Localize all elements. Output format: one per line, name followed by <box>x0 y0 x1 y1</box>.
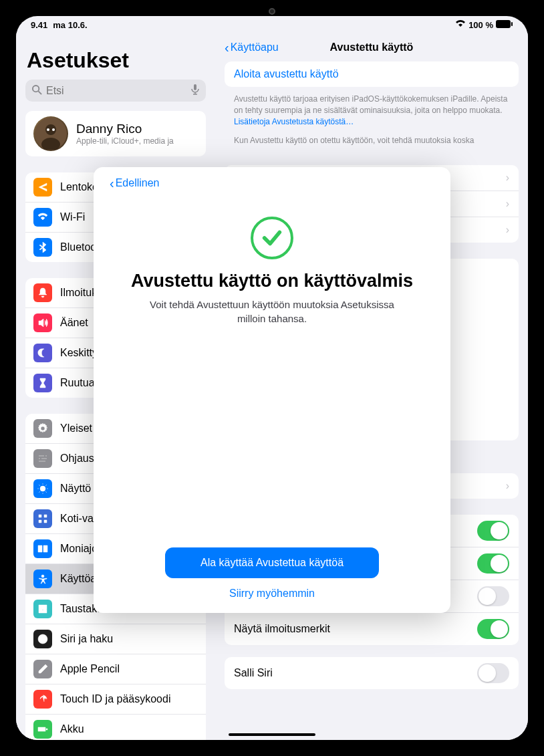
svg-point-8 <box>47 128 49 131</box>
hourglass-icon <box>33 374 52 392</box>
sidebar-item-label: Siri ja haku <box>60 633 113 645</box>
switches-icon <box>33 449 52 468</box>
svg-rect-4 <box>194 84 196 90</box>
multitask-icon <box>33 539 52 558</box>
status-date: ma 10.6. <box>53 20 87 30</box>
sidebar-item-label: Wi-Fi <box>60 211 85 223</box>
chevron-left-icon: ‹ <box>225 41 229 54</box>
assisted-access-modal: ‹ Edellinen Avustettu käyttö on käyttöva… <box>94 167 450 613</box>
sidebar-title: Asetukset <box>27 48 205 73</box>
speaker-icon <box>33 313 52 332</box>
detail-back-button[interactable]: ‹ Käyttöapu <box>225 41 279 54</box>
user-card[interactable]: Danny Rico Apple-tili, iCloud+, media ja <box>25 111 206 156</box>
modal-title: Avustettu käyttö on käyttövalmis <box>115 270 429 291</box>
svg-line-3 <box>38 91 41 94</box>
user-name: Danny Rico <box>76 122 174 136</box>
toggle-label: Näytä ilmoitusmerkit <box>234 623 330 635</box>
detail-title: Avustettu käyttö <box>330 41 414 53</box>
chevron-right-icon: › <box>506 198 509 210</box>
screen: 9.41 ma 10.6. 100 % Asetukset <box>16 16 528 740</box>
svg-rect-1 <box>511 22 513 26</box>
detail-action-card: Aloita avustettu käyttö <box>225 61 519 87</box>
search-icon <box>32 85 42 97</box>
svg-rect-0 <box>496 20 511 28</box>
wallpaper-icon <box>33 600 52 618</box>
chevron-right-icon: › <box>506 480 509 492</box>
detail-description: Avustettu käyttö tarjoaa erityisen iPadO… <box>225 90 519 131</box>
toggle-row: Salli Siri <box>225 657 519 689</box>
sidebar-item-touchid[interactable]: Touch ID ja pääsykoodi <box>25 684 206 715</box>
detail-back-label: Käyttöapu <box>231 41 279 53</box>
user-sub: Apple-tili, iCloud+, media ja <box>76 136 174 146</box>
modal-back-button[interactable]: ‹ Edellinen <box>110 176 160 190</box>
pencil-icon <box>33 660 52 678</box>
sidebar-item-siri[interactable]: Siri ja haku <box>25 624 206 654</box>
start-assisted-access-button[interactable]: Ala käyttää Avustettua käyttöä <box>165 547 379 578</box>
status-bar: 9.41 ma 10.6. 100 % <box>16 16 528 33</box>
sidebar-item-label: Touch ID ja pääsykoodi <box>60 693 170 705</box>
mic-icon[interactable] <box>191 84 199 97</box>
accessibility-icon <box>33 570 52 588</box>
modal-description: Voit tehdä Avustettuun käyttöön muutoksi… <box>110 298 434 326</box>
learn-more-link[interactable]: Lisätietoja Avustetusta käytöstä… <box>234 117 354 126</box>
toggle-switch[interactable] <box>477 586 509 606</box>
bell-icon <box>33 283 52 302</box>
detail-description-2: Kun Avustettu käyttö on otettu käyttöön,… <box>225 131 519 150</box>
skip-button[interactable]: Siirry myöhemmin <box>229 588 315 600</box>
brightness-icon <box>33 479 52 498</box>
toggle-switch[interactable] <box>477 521 509 541</box>
battery-pct: 100 % <box>468 20 493 30</box>
touchid-icon <box>33 690 52 709</box>
sidebar-item-label: Äänet <box>60 317 88 329</box>
siri-icon <box>33 630 52 648</box>
search-field[interactable] <box>25 80 206 102</box>
airplane-icon <box>33 178 52 197</box>
start-assisted-access[interactable]: Aloita avustettu käyttö <box>225 61 519 87</box>
chevron-right-icon: › <box>506 172 509 184</box>
toggle-row: Näytä ilmoitusmerkit <box>225 613 519 645</box>
svg-point-9 <box>52 128 55 131</box>
toggle-group-2: Salli Siri <box>225 657 519 689</box>
battery-icon <box>33 720 52 739</box>
toggle-switch[interactable] <box>477 663 509 683</box>
status-time: 9.41 <box>31 20 47 30</box>
toggle-switch[interactable] <box>477 553 509 574</box>
grid-icon <box>33 509 52 528</box>
front-camera <box>269 8 275 15</box>
battery-icon <box>496 20 513 30</box>
modal-back-label: Edellinen <box>116 177 160 189</box>
sidebar-item-pencil[interactable]: Apple Pencil <box>25 654 206 684</box>
sidebar-item-label: Akku <box>60 723 84 735</box>
avatar <box>33 116 68 151</box>
device-frame: 9.41 ma 10.6. 100 % Asetukset <box>0 0 544 756</box>
gear-icon <box>33 419 52 438</box>
sidebar-item-battery[interactable]: Akku <box>25 715 206 740</box>
toggle-label: Salli Siri <box>234 667 273 679</box>
chevron-left-icon: ‹ <box>110 176 114 190</box>
sidebar-item-label: Yleiset <box>60 422 92 434</box>
moon-icon <box>33 344 52 362</box>
chevron-right-icon: › <box>506 224 509 236</box>
home-indicator[interactable] <box>229 733 315 736</box>
wifi-icon <box>33 208 52 227</box>
search-input[interactable] <box>46 85 191 97</box>
detail-header: ‹ Käyttöapu Avustettu käyttö <box>225 33 519 61</box>
sidebar-item-label: Apple Pencil <box>60 663 120 675</box>
toggle-switch[interactable] <box>477 619 509 639</box>
wifi-icon <box>455 20 466 30</box>
svg-point-2 <box>33 85 39 91</box>
checkmark-circle-icon <box>251 217 293 259</box>
bluetooth-icon <box>33 238 52 257</box>
